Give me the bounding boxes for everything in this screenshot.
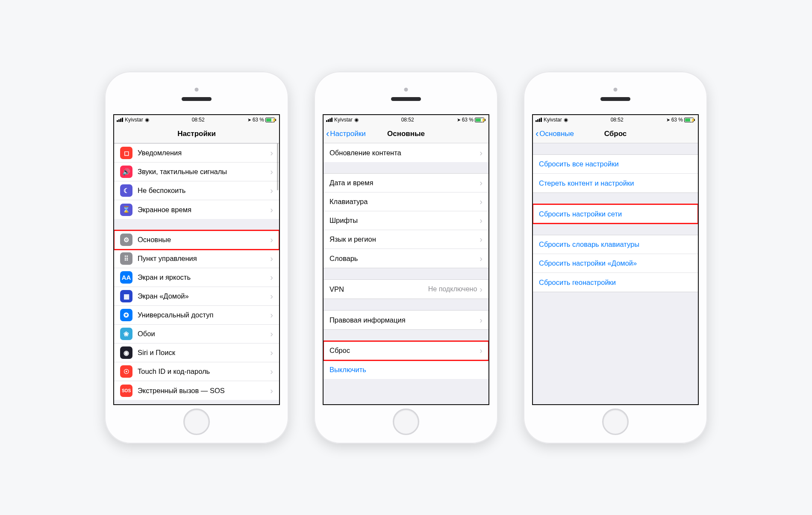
wifi-icon: ◉	[564, 117, 568, 123]
row-reset-all[interactable]: Сбросить все настройки›	[533, 155, 698, 174]
row-label: Экран и яркость	[138, 273, 270, 281]
row-erase-all[interactable]: Стереть контент и настройки›	[533, 174, 698, 192]
nav-header: ‹ Настройки Основные	[324, 124, 488, 143]
row-home[interactable]: ▦Экран «Домой»›	[114, 287, 279, 306]
home-button[interactable]	[602, 408, 629, 435]
row-accessibility[interactable]: ✪Универсальный доступ›	[114, 306, 279, 325]
charging-icon: ⚡	[271, 118, 277, 122]
page-title: Настройки	[177, 130, 216, 138]
cell-signal-icon	[117, 118, 123, 122]
row-reset-location[interactable]: Сбросить геонастройки›	[533, 273, 698, 292]
status-time: 08:52	[401, 117, 414, 123]
row-legal[interactable]: Правовая информация›	[324, 311, 488, 329]
row-general[interactable]: ⚙Основные›	[114, 231, 279, 249]
screen-general: Kyivstar ◉ 08:52 ➤ 63 % ⚡ ‹ Настройки Ос…	[323, 114, 489, 405]
status-bar: Kyivstar ◉ 08:52 ➤ 63 % ⚡	[324, 115, 488, 124]
row-label: Сбросить геонастройки	[539, 278, 692, 287]
row-touchid[interactable]: ☉Touch ID и код-пароль›	[114, 362, 279, 381]
row-shutdown[interactable]: Выключить›	[324, 360, 488, 379]
row-vpn[interactable]: VPNНе подключено›	[324, 280, 488, 299]
chevron-right-icon: ›	[270, 310, 273, 320]
cell-signal-icon	[535, 118, 542, 122]
notifications-icon: ◻	[120, 147, 132, 159]
cell-signal-icon	[326, 118, 332, 122]
row-date-time[interactable]: Дата и время›	[324, 174, 488, 192]
home-icon: ▦	[120, 290, 132, 302]
home-button[interactable]	[393, 408, 419, 435]
row-label: Язык и регион	[330, 235, 480, 243]
row-label: Сбросить все настройки	[539, 160, 692, 168]
chevron-right-icon: ›	[270, 386, 273, 396]
location-icon: ➤	[247, 117, 251, 123]
row-value: Не подключено	[428, 285, 477, 293]
chevron-right-icon: ›	[270, 167, 273, 177]
row-reset-keyboard[interactable]: Сбросить словарь клавиатуры›	[533, 235, 698, 254]
row-dnd[interactable]: ☾Не беспокоить›	[114, 181, 279, 200]
battery-pct: 63 %	[462, 117, 474, 123]
row-label: Не беспокоить	[138, 186, 270, 195]
chevron-right-icon: ›	[270, 235, 273, 245]
chevron-right-icon: ›	[480, 216, 482, 225]
chevron-right-icon: ›	[270, 254, 273, 263]
home-button[interactable]	[183, 408, 210, 435]
row-label: Сбросить настройки «Домой»	[539, 259, 692, 267]
row-label: Клавиатура	[330, 198, 480, 206]
carrier-label: Kyivstar	[334, 117, 353, 123]
screen-reset: Kyivstar ◉ 08:52 ➤ 63 % ⚡ ‹ Основные Сбр…	[532, 114, 699, 405]
row-sounds[interactable]: 🔊Звуки, тактильные сигналы›	[114, 163, 279, 181]
row-label: Универсальный доступ	[138, 311, 270, 319]
row-label: Обои	[138, 330, 270, 338]
display-icon: AA	[120, 271, 132, 284]
row-label: Правовая информация	[330, 316, 480, 324]
earpiece	[600, 97, 630, 101]
row-label: Уведомления	[138, 149, 270, 157]
chevron-right-icon: ›	[480, 346, 482, 355]
back-button[interactable]: ‹ Настройки	[326, 124, 366, 143]
row-dictionary[interactable]: Словарь›	[324, 249, 488, 268]
nav-header: Настройки	[114, 124, 279, 143]
row-reset[interactable]: Сброс›	[324, 341, 488, 360]
row-sos[interactable]: SOSЭкстренный вызов — SOS›	[114, 381, 279, 400]
row-label: Siri и Поиск	[138, 349, 270, 357]
row-content-refresh[interactable]: Обновление контента›	[324, 143, 488, 162]
row-fonts[interactable]: Шрифты›	[324, 211, 488, 230]
location-icon: ➤	[666, 117, 670, 123]
page-title: Сброс	[604, 130, 627, 138]
scrollbar[interactable]	[277, 143, 278, 190]
row-notifications[interactable]: ◻Уведомления›	[114, 144, 279, 163]
row-label: Стереть контент и настройки	[539, 179, 692, 187]
battery-pct: 63 %	[671, 117, 683, 123]
status-bar: Kyivstar ◉ 08:52 ➤ 63 % ⚡	[533, 115, 698, 124]
row-display[interactable]: AAЭкран и яркость›	[114, 268, 279, 287]
chevron-right-icon: ›	[270, 148, 273, 158]
wifi-icon: ◉	[354, 117, 359, 123]
row-label: Обновление контента	[330, 149, 480, 157]
row-screentime[interactable]: ⌛Экранное время›	[114, 200, 279, 219]
row-label: Словарь	[330, 255, 480, 263]
general-icon: ⚙	[120, 234, 132, 246]
earpiece	[182, 97, 212, 101]
row-reset-home[interactable]: Сбросить настройки «Домой»›	[533, 254, 698, 273]
chevron-right-icon: ›	[270, 291, 273, 301]
back-button[interactable]: ‹ Основные	[535, 124, 574, 143]
row-reset-network[interactable]: Сбросить настройки сети›	[533, 204, 698, 223]
row-control-center[interactable]: ⠿Пункт управления›	[114, 249, 279, 268]
battery-pct: 63 %	[253, 117, 264, 123]
chevron-right-icon: ›	[480, 178, 482, 188]
row-label: Выключить	[330, 366, 482, 374]
row-wallpaper[interactable]: ❀Обои›	[114, 325, 279, 343]
location-icon: ➤	[457, 117, 461, 123]
row-label: Touch ID и код-пароль	[138, 367, 270, 376]
chevron-right-icon: ›	[270, 367, 273, 376]
row-keyboard[interactable]: Клавиатура›	[324, 192, 488, 211]
row-label: Сбросить словарь клавиатуры	[539, 240, 692, 249]
touchid-icon: ☉	[120, 365, 132, 378]
row-language[interactable]: Язык и регион›	[324, 230, 488, 249]
status-time: 08:52	[192, 117, 205, 123]
siri-icon: ◉	[120, 346, 132, 359]
chevron-left-icon: ‹	[535, 129, 538, 139]
row-label: Экстренный вызов — SOS	[138, 387, 270, 395]
row-label: VPN	[330, 285, 428, 293]
phone-mockup-general: Kyivstar ◉ 08:52 ➤ 63 % ⚡ ‹ Настройки Ос…	[314, 71, 498, 444]
row-siri[interactable]: ◉Siri и Поиск›	[114, 343, 279, 362]
